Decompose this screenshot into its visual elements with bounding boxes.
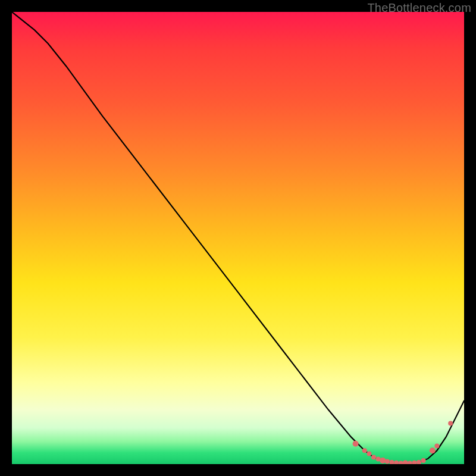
highlight-dot xyxy=(399,461,403,465)
highlight-dot xyxy=(371,455,376,460)
curve-svg xyxy=(12,12,464,464)
highlight-dot xyxy=(353,441,359,447)
highlight-dot xyxy=(412,461,416,464)
bottleneck-curve xyxy=(12,12,464,464)
highlight-dot xyxy=(421,458,426,463)
highlight-dot xyxy=(367,452,371,456)
highlight-dot xyxy=(430,447,436,453)
chart-plot-area xyxy=(12,12,464,464)
highlight-dot xyxy=(389,460,394,464)
highlight-dot xyxy=(362,448,367,453)
highlight-dot xyxy=(434,444,439,449)
highlight-dot xyxy=(416,460,421,464)
highlight-dot xyxy=(408,461,412,465)
curve-layer xyxy=(12,12,464,464)
chart-stage: TheBottleneck.com xyxy=(0,0,476,476)
highlight-dot xyxy=(394,461,399,464)
marker-layer xyxy=(353,421,453,464)
highlight-dot xyxy=(448,421,453,426)
highlight-dot xyxy=(402,461,408,465)
highlight-dot xyxy=(380,458,386,464)
highlight-dot xyxy=(376,457,381,462)
highlight-dot xyxy=(385,459,390,464)
